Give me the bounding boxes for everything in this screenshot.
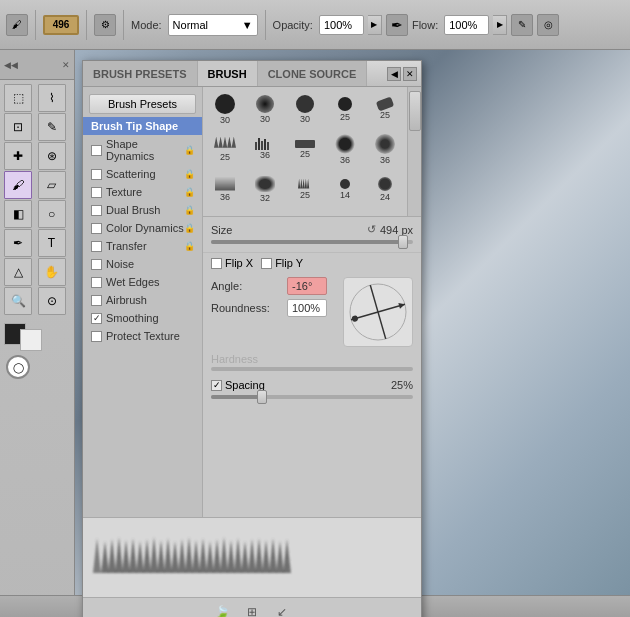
angle-diagram[interactable] (343, 277, 413, 347)
quick-mask[interactable]: ◯ (6, 355, 30, 379)
option-brush-tip-shape[interactable]: Brush Tip Shape (83, 117, 202, 135)
brush-item-4[interactable]: 25 (365, 89, 405, 129)
airbrush-icon[interactable]: ✒ (386, 14, 408, 36)
tab-brush-presets[interactable]: BRUSH PRESETS (83, 61, 198, 86)
brush-presets-button[interactable]: Brush Presets (89, 94, 196, 114)
option-noise[interactable]: Noise (83, 255, 202, 273)
tool-dodge[interactable]: ○ (38, 200, 66, 228)
tool-eraser[interactable]: ▱ (38, 171, 66, 199)
option-texture[interactable]: Texture 🔒 (83, 183, 202, 201)
angle-value[interactable]: -16° (287, 277, 327, 295)
brush-item-7[interactable]: 25 (285, 129, 325, 169)
tool-eyedropper[interactable]: ✎ (38, 113, 66, 141)
scattering-checkbox[interactable] (91, 169, 102, 180)
footer-import-icon[interactable]: ↙ (272, 602, 292, 618)
spacing-thumb[interactable] (257, 390, 267, 404)
flip-x-checkbox[interactable] (211, 258, 222, 269)
dual-brush-checkbox[interactable] (91, 205, 102, 216)
option-dual-brush[interactable]: Dual Brush 🔒 (83, 201, 202, 219)
brush-item-3[interactable]: 25 (325, 89, 365, 129)
flip-y-label[interactable]: Flip Y (261, 257, 303, 269)
brush-item-1[interactable]: 30 (245, 89, 285, 129)
tool-zoom[interactable]: 🔍 (4, 287, 32, 315)
brush-options-icon[interactable]: ⚙ (94, 14, 116, 36)
mode-dropdown[interactable]: Normal ▼ (168, 14, 258, 36)
tool-select-rect[interactable]: ⬚ (4, 84, 32, 112)
flip-x-label[interactable]: Flip X (211, 257, 253, 269)
option-protect-texture[interactable]: Protect Texture (83, 327, 202, 345)
brush-item-6[interactable]: 36 (245, 129, 285, 169)
opacity-value[interactable]: 100% (319, 15, 364, 35)
tool-brush[interactable]: 🖌 (4, 171, 32, 199)
tool-clone-stamp[interactable]: ⊛ (38, 142, 66, 170)
svg-marker-19 (192, 540, 200, 573)
size-slider[interactable] (211, 240, 413, 244)
extra-icon-2[interactable]: ◎ (537, 14, 559, 36)
brush-item-13[interactable]: 14 (325, 169, 365, 209)
flow-arrow[interactable]: ▶ (493, 15, 507, 35)
tool-select-lasso[interactable]: ⌇ (38, 84, 66, 112)
noise-checkbox[interactable] (91, 259, 102, 270)
airbrush-checkbox[interactable] (91, 295, 102, 306)
panel-close-btn[interactable]: ✕ (403, 67, 417, 81)
brush-panel: BRUSH PRESETS BRUSH CLONE SOURCE ◀ ✕ Bru… (82, 60, 422, 617)
tool-healing[interactable]: ✚ (4, 142, 32, 170)
brush-item-5[interactable]: 25 (205, 129, 245, 169)
spacing-slider[interactable] (211, 395, 413, 399)
scrollbar-thumb[interactable] (409, 91, 421, 131)
roundness-value[interactable]: 100% (287, 299, 327, 317)
tool-gradient[interactable]: ◧ (4, 200, 32, 228)
color-dynamics-checkbox[interactable] (91, 223, 102, 234)
opacity-arrow[interactable]: ▶ (368, 15, 382, 35)
footer-leaf-icon[interactable]: 🍃 (212, 602, 232, 618)
option-transfer[interactable]: Transfer 🔒 (83, 237, 202, 255)
wet-edges-checkbox[interactable] (91, 277, 102, 288)
presets-scrollbar[interactable] (407, 87, 421, 216)
brush-item-11[interactable]: 32 (245, 169, 285, 209)
tab-clone-source[interactable]: CLONE SOURCE (258, 61, 368, 86)
size-slider-thumb[interactable] (398, 235, 408, 249)
brush-item-0[interactable]: 30 (205, 89, 245, 129)
panel-collapse-btn[interactable]: ◀ (387, 67, 401, 81)
extra-icon-1[interactable]: ✎ (511, 14, 533, 36)
panel-header: BRUSH PRESETS BRUSH CLONE SOURCE ◀ ✕ (83, 61, 421, 87)
tool-shape[interactable]: △ (4, 258, 32, 286)
option-shape-dynamics[interactable]: Shape Dynamics 🔒 (83, 135, 202, 165)
flow-value[interactable]: 100% (444, 15, 489, 35)
size-value[interactable]: 494 px (380, 224, 413, 236)
option-wet-edges[interactable]: Wet Edges (83, 273, 202, 291)
tool-pen[interactable]: ✒ (4, 229, 32, 257)
transfer-checkbox[interactable] (91, 241, 102, 252)
option-color-dynamics[interactable]: Color Dynamics 🔒 (83, 219, 202, 237)
option-smoothing[interactable]: Smoothing (83, 309, 202, 327)
tool-hand[interactable]: ✋ (38, 258, 66, 286)
tool-extra[interactable]: ⊙ (38, 287, 66, 315)
brush-item-9[interactable]: 36 (365, 129, 405, 169)
smoothing-checkbox[interactable] (91, 313, 102, 324)
brush-item-2[interactable]: 30 (285, 89, 325, 129)
hardness-slider[interactable] (211, 367, 413, 371)
brush-item-10[interactable]: 36 (205, 169, 245, 209)
separator-3 (123, 10, 124, 40)
brush-icon[interactable]: 🖌 (6, 14, 28, 36)
brush-item-8[interactable]: 36 (325, 129, 365, 169)
panel-close-icon[interactable]: ✕ (62, 60, 70, 70)
texture-checkbox[interactable] (91, 187, 102, 198)
background-color[interactable] (20, 329, 42, 351)
tool-text[interactable]: T (38, 229, 66, 257)
option-scattering[interactable]: Scattering 🔒 (83, 165, 202, 183)
protect-texture-checkbox[interactable] (91, 331, 102, 342)
brush-item-14[interactable]: 24 (365, 169, 405, 209)
option-airbrush[interactable]: Airbrush (83, 291, 202, 309)
tool-crop[interactable]: ⊡ (4, 113, 32, 141)
size-display[interactable]: 496 (43, 15, 79, 35)
spacing-checkbox[interactable]: ✓ (211, 380, 222, 391)
spacing-checkbox-label[interactable]: ✓ Spacing (211, 379, 265, 391)
footer-grid-icon[interactable]: ⊞ (242, 602, 262, 618)
panel-collapse-icon[interactable]: ◀◀ (4, 60, 18, 70)
tab-brush[interactable]: BRUSH (198, 61, 258, 86)
brush-item-12[interactable]: 25 (285, 169, 325, 209)
shape-dynamics-checkbox[interactable] (91, 145, 102, 156)
flip-y-checkbox[interactable] (261, 258, 272, 269)
size-reset-icon[interactable]: ↺ (367, 223, 376, 236)
